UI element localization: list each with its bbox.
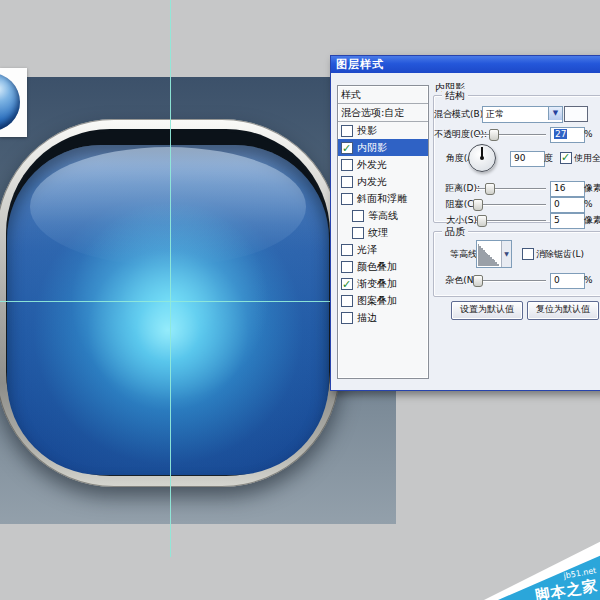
noise-value: 0 — [554, 275, 560, 285]
antialias-checkbox[interactable] — [522, 248, 534, 260]
opacity-slider[interactable] — [476, 128, 546, 140]
angle-value: 90 — [514, 153, 525, 163]
styles-item-texture[interactable]: 纹理 — [338, 224, 428, 241]
choke-slider[interactable] — [476, 198, 546, 210]
reference-icon-circle — [0, 73, 20, 131]
opacity-label: 不透明度(O): — [434, 126, 480, 142]
blend-mode-select[interactable]: 正常 ▼ — [482, 106, 563, 123]
noise-slider-thumb[interactable] — [473, 275, 483, 287]
styles-item-color-overlay[interactable]: 颜色叠加 — [338, 258, 428, 275]
dialog-title: 图层样式 — [336, 58, 384, 71]
quality-legend: 品质 — [442, 225, 468, 239]
styles-item-stroke[interactable]: 描边 — [338, 309, 428, 326]
size-slider[interactable] — [476, 214, 546, 226]
make-default-button[interactable]: 设置为默认值 — [451, 301, 523, 320]
styles-header-label: 样式 — [341, 86, 361, 103]
gradient-overlay-checkbox[interactable] — [341, 278, 353, 290]
styles-item-gradient-overlay[interactable]: 渐变叠加 — [338, 275, 428, 292]
distance-slider-thumb[interactable] — [485, 183, 495, 195]
contour-picker[interactable]: ▼ — [476, 240, 512, 268]
opacity-row: 不透明度(O): 27 % — [434, 126, 600, 142]
styles-list-header[interactable]: 样式 — [338, 86, 428, 104]
pattern-overlay-label: 图案叠加 — [357, 292, 397, 309]
blend-mode-value: 正常 — [486, 109, 504, 119]
horizontal-guide — [0, 301, 331, 302]
inner-glow-checkbox[interactable] — [341, 176, 353, 188]
blend-mode-row: 混合模式(B): 正常 ▼ — [434, 106, 600, 122]
size-unit: 像素 — [584, 212, 600, 228]
choke-input[interactable]: 0 — [550, 197, 585, 213]
bevel-emboss-checkbox[interactable] — [341, 193, 353, 205]
layer-style-dialog: 图层样式 样式 混合选项:自定 投影 内阴影 — [330, 55, 600, 391]
pattern-overlay-checkbox[interactable] — [341, 295, 353, 307]
structure-group: 结构 混合模式(B): 正常 ▼ 不透明度(O): 27 — [433, 95, 600, 223]
angle-input[interactable]: 90 — [510, 151, 545, 167]
satin-checkbox[interactable] — [341, 244, 353, 256]
satin-label: 光泽 — [357, 241, 377, 258]
size-slider-thumb[interactable] — [477, 215, 487, 227]
contour-checkbox[interactable] — [352, 210, 364, 222]
styles-item-pattern-overlay[interactable]: 图案叠加 — [338, 292, 428, 309]
inner-shadow-checkbox[interactable] — [341, 142, 353, 154]
angle-hub — [480, 156, 484, 160]
noise-input[interactable]: 0 — [550, 273, 585, 289]
styles-item-bevel-emboss[interactable]: 斜面和浮雕 — [338, 190, 428, 207]
opacity-slider-thumb[interactable] — [489, 129, 499, 141]
distance-value: 16 — [554, 183, 565, 193]
outer-glow-label: 外发光 — [357, 156, 387, 173]
drop-shadow-label: 投影 — [357, 122, 377, 139]
color-overlay-label: 颜色叠加 — [357, 258, 397, 275]
structure-legend: 结构 — [442, 89, 468, 103]
dialog-titlebar[interactable]: 图层样式 — [331, 56, 600, 73]
global-light-checkbox[interactable] — [560, 152, 572, 164]
texture-label: 纹理 — [368, 224, 388, 241]
contour-label: 等高线 — [368, 207, 398, 224]
choke-unit: % — [584, 196, 593, 212]
quality-contour-label: 等高线: — [434, 246, 480, 262]
blend-mode-label: 混合模式(B): — [434, 106, 480, 122]
styles-item-inner-shadow[interactable]: 内阴影 — [338, 139, 428, 156]
button-blue-face — [7, 145, 329, 475]
stroke-label: 描边 — [357, 309, 377, 326]
opacity-input[interactable]: 27 — [550, 127, 585, 143]
reset-default-button[interactable]: 复位为默认值 — [527, 301, 599, 320]
styles-list: 样式 混合选项:自定 投影 内阴影 外发光 — [337, 85, 429, 379]
contour-dropdown-icon[interactable]: ▼ — [501, 241, 511, 267]
size-input[interactable]: 5 — [550, 213, 585, 229]
noise-slider[interactable] — [476, 274, 546, 286]
contour-row: 等高线: ▼ 消除锯齿(L) — [434, 240, 600, 268]
drop-shadow-checkbox[interactable] — [341, 125, 353, 137]
styles-item-contour[interactable]: 等高线 — [338, 207, 428, 224]
distance-label: 距离(D): — [434, 180, 480, 196]
dialog-body: 样式 混合选项:自定 投影 内阴影 外发光 — [331, 73, 600, 390]
opacity-selected-value: 27 — [554, 129, 567, 139]
styles-item-blending-options[interactable]: 混合选项:自定 — [338, 104, 428, 122]
color-overlay-checkbox[interactable] — [341, 261, 353, 273]
inner-glow-label: 内发光 — [357, 173, 387, 190]
texture-checkbox[interactable] — [352, 227, 364, 239]
styles-item-inner-glow[interactable]: 内发光 — [338, 173, 428, 190]
styles-item-outer-glow[interactable]: 外发光 — [338, 156, 428, 173]
noise-row: 杂色(N): 0 % — [434, 272, 600, 288]
distance-input[interactable]: 16 — [550, 181, 585, 197]
outer-glow-checkbox[interactable] — [341, 159, 353, 171]
opacity-unit: % — [584, 126, 593, 142]
distance-slider[interactable] — [476, 182, 546, 194]
styles-item-drop-shadow[interactable]: 投影 — [338, 122, 428, 139]
gradient-overlay-label: 渐变叠加 — [357, 275, 397, 292]
angle-row: 角度(A): 90 度 使用全局光 — [434, 142, 600, 174]
stroke-checkbox[interactable] — [341, 312, 353, 324]
contour-thumbnail — [478, 244, 500, 266]
styles-item-satin[interactable]: 光泽 — [338, 241, 428, 258]
bevel-emboss-label: 斜面和浮雕 — [357, 190, 407, 207]
reference-icon-card — [0, 68, 27, 137]
antialias-label: 消除锯齿(L) — [536, 246, 584, 262]
angle-dial[interactable] — [468, 144, 496, 172]
choke-slider-thumb[interactable] — [473, 199, 483, 211]
noise-unit: % — [584, 272, 593, 288]
global-light-label: 使用全局光 — [574, 150, 600, 166]
chevron-down-icon[interactable]: ▼ — [548, 107, 562, 120]
quality-group: 品质 等高线: ▼ 消除锯齿(L) 杂色(N): — [433, 231, 600, 297]
choke-row: 阻塞(C): 0 % — [434, 196, 600, 212]
shadow-color-swatch[interactable] — [564, 106, 588, 122]
